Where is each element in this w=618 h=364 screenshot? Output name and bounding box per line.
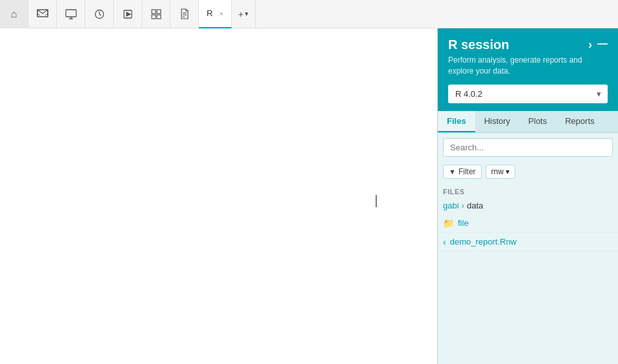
filter-label: Filter — [458, 167, 476, 176]
monitor-icon[interactable] — [57, 0, 85, 28]
breadcrumb-gabi[interactable]: gabi — [443, 201, 459, 210]
play-icon[interactable] — [114, 0, 142, 28]
breadcrumb-separator: › — [462, 201, 464, 210]
tab-files[interactable]: Files — [438, 111, 475, 132]
filter-funnel-icon: ▼ — [449, 168, 456, 176]
breadcrumb: gabi › data — [438, 198, 618, 214]
header-icons: › — — [588, 38, 608, 52]
add-tab-chevron: ▾ — [245, 10, 249, 18]
r-tab[interactable]: R × — [199, 0, 232, 28]
r-tab-label: R — [207, 8, 212, 18]
toolbar: ⌂ R × + ▾ — [0, 0, 618, 28]
clock-icon[interactable] — [85, 0, 114, 28]
file-name-folder: file — [458, 218, 469, 228]
r-version-wrapper: R 4.0.2 — [448, 85, 608, 103]
svg-rect-5 — [152, 10, 156, 14]
tab-plots[interactable]: Plots — [519, 111, 556, 132]
search-bar-container — [438, 133, 618, 162]
minimize-icon[interactable]: — — [597, 38, 608, 52]
filter-button[interactable]: ▼ Filter — [443, 165, 482, 179]
r-session-description: Perform analysis, generate reports and e… — [448, 55, 608, 77]
tab-reports[interactable]: Reports — [556, 111, 604, 132]
r-session-title-bar: R session › — — [448, 37, 608, 52]
filter-value-text: rnw — [491, 167, 504, 176]
panel-tabs: Files History Plots Reports — [438, 111, 618, 133]
r-session-header: R session › — Perform analysis, generate… — [438, 28, 618, 111]
tab-history[interactable]: History — [475, 111, 519, 132]
r-session-title-text: R session — [448, 37, 509, 52]
file-name-rnw: demo_report.Rnw — [450, 237, 517, 247]
grid-icon[interactable] — [142, 0, 170, 28]
list-item[interactable]: 📁 file — [438, 214, 618, 233]
breadcrumb-data: data — [467, 201, 483, 210]
folder-icon: 📁 — [443, 218, 454, 228]
filter-value-chevron: ▾ — [506, 167, 510, 176]
files-section-label: FILES — [438, 183, 618, 198]
doc-icon[interactable] — [170, 0, 199, 28]
main-content: | R session › — Perform analysis, genera… — [0, 28, 618, 364]
files-section: FILES gabi › data 📁 file ‹ demo_report.R… — [438, 183, 618, 364]
filter-value-selector[interactable]: rnw ▾ — [486, 165, 515, 179]
svg-rect-8 — [157, 15, 161, 19]
rnw-file-icon: ‹ — [443, 237, 446, 247]
chat-icon[interactable] — [28, 0, 57, 28]
svg-rect-6 — [157, 10, 161, 14]
svg-rect-1 — [66, 10, 76, 17]
search-input[interactable] — [443, 138, 613, 157]
text-cursor: | — [375, 193, 378, 208]
filter-bar: ▼ Filter rnw ▾ — [438, 162, 618, 183]
svg-rect-7 — [152, 15, 156, 19]
expand-icon[interactable]: › — [588, 38, 592, 52]
home-icon[interactable]: ⌂ — [0, 0, 28, 28]
editor-area[interactable]: | — [0, 28, 437, 364]
r-tab-close[interactable]: × — [219, 10, 223, 17]
list-item[interactable]: ‹ demo_report.Rnw — [438, 233, 618, 252]
r-version-select[interactable]: R 4.0.2 — [448, 85, 608, 103]
svg-marker-4 — [127, 12, 130, 16]
right-panel: R session › — Perform analysis, generate… — [437, 28, 618, 364]
add-tab-button[interactable]: + ▾ — [232, 0, 256, 28]
